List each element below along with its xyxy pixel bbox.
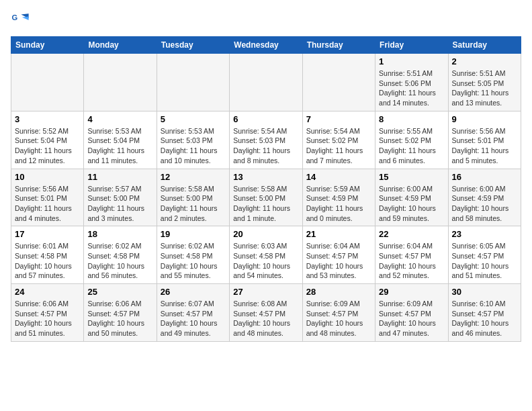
- calendar-cell: [302, 54, 375, 111]
- weekday-header-sunday: Sunday: [11, 37, 84, 54]
- weekday-header-monday: Monday: [84, 37, 157, 54]
- day-number: 17: [15, 229, 80, 239]
- day-number: 28: [306, 287, 371, 297]
- calendar-cell: 21Sunrise: 6:04 AM Sunset: 4:57 PM Dayli…: [302, 226, 375, 284]
- calendar-cell: 5Sunrise: 5:53 AM Sunset: 5:03 PM Daylig…: [157, 111, 229, 169]
- calendar-cell: 28Sunrise: 6:09 AM Sunset: 4:57 PM Dayli…: [302, 284, 375, 342]
- day-number: 2: [452, 56, 517, 66]
- logo-icon: G: [11, 11, 30, 30]
- day-info: Sunrise: 5:51 AM Sunset: 5:06 PM Dayligh…: [379, 68, 444, 108]
- calendar-cell: 19Sunrise: 6:02 AM Sunset: 4:58 PM Dayli…: [157, 226, 229, 284]
- day-info: Sunrise: 6:09 AM Sunset: 4:57 PM Dayligh…: [379, 299, 444, 338]
- day-number: 5: [161, 114, 226, 124]
- calendar-header: SundayMondayTuesdayWednesdayThursdayFrid…: [11, 37, 521, 54]
- weekday-header-saturday: Saturday: [448, 37, 521, 54]
- day-info: Sunrise: 6:00 AM Sunset: 4:59 PM Dayligh…: [452, 184, 517, 224]
- calendar-cell: 6Sunrise: 5:54 AM Sunset: 5:03 PM Daylig…: [230, 111, 302, 169]
- calendar-cell: 11Sunrise: 5:57 AM Sunset: 5:00 PM Dayli…: [84, 169, 157, 226]
- calendar-week-5: 24Sunrise: 6:06 AM Sunset: 4:57 PM Dayli…: [11, 284, 521, 342]
- day-number: 6: [233, 114, 298, 124]
- day-info: Sunrise: 6:08 AM Sunset: 4:57 PM Dayligh…: [233, 299, 298, 338]
- day-info: Sunrise: 5:57 AM Sunset: 5:00 PM Dayligh…: [87, 184, 152, 224]
- day-info: Sunrise: 5:55 AM Sunset: 5:02 PM Dayligh…: [379, 126, 444, 166]
- day-info: Sunrise: 5:53 AM Sunset: 5:04 PM Dayligh…: [87, 126, 152, 166]
- weekday-header-friday: Friday: [375, 37, 448, 54]
- day-info: Sunrise: 6:02 AM Sunset: 4:58 PM Dayligh…: [87, 241, 152, 281]
- day-number: 16: [452, 172, 517, 182]
- day-info: Sunrise: 6:00 AM Sunset: 4:59 PM Dayligh…: [379, 184, 444, 224]
- page-header: G: [11, 11, 521, 30]
- day-number: 12: [161, 172, 226, 182]
- day-info: Sunrise: 5:53 AM Sunset: 5:03 PM Dayligh…: [161, 126, 226, 166]
- day-number: 24: [15, 287, 80, 297]
- calendar-cell: [11, 54, 84, 111]
- day-info: Sunrise: 6:06 AM Sunset: 4:57 PM Dayligh…: [87, 299, 152, 338]
- day-number: 1: [379, 56, 444, 66]
- day-number: 15: [379, 172, 444, 182]
- day-info: Sunrise: 6:02 AM Sunset: 4:58 PM Dayligh…: [161, 241, 226, 281]
- calendar-week-3: 10Sunrise: 5:56 AM Sunset: 5:01 PM Dayli…: [11, 169, 521, 226]
- day-number: 29: [379, 287, 444, 297]
- calendar-week-2: 3Sunrise: 5:52 AM Sunset: 5:04 PM Daylig…: [11, 111, 521, 169]
- day-info: Sunrise: 6:01 AM Sunset: 4:58 PM Dayligh…: [15, 241, 80, 281]
- svg-marker-2: [22, 16, 29, 20]
- calendar-cell: 18Sunrise: 6:02 AM Sunset: 4:58 PM Dayli…: [84, 226, 157, 284]
- day-info: Sunrise: 5:56 AM Sunset: 5:01 PM Dayligh…: [452, 126, 517, 166]
- day-number: 19: [161, 229, 226, 239]
- day-info: Sunrise: 5:52 AM Sunset: 5:04 PM Dayligh…: [15, 126, 80, 166]
- weekday-header-tuesday: Tuesday: [157, 37, 229, 54]
- weekday-header-thursday: Thursday: [302, 37, 375, 54]
- calendar-cell: 22Sunrise: 6:04 AM Sunset: 4:57 PM Dayli…: [375, 226, 448, 284]
- logo: G: [11, 11, 32, 30]
- calendar-cell: 17Sunrise: 6:01 AM Sunset: 4:58 PM Dayli…: [11, 226, 84, 284]
- calendar-cell: 12Sunrise: 5:58 AM Sunset: 5:00 PM Dayli…: [157, 169, 229, 226]
- calendar-cell: [230, 54, 302, 111]
- day-number: 10: [15, 172, 80, 182]
- calendar-cell: 15Sunrise: 6:00 AM Sunset: 4:59 PM Dayli…: [375, 169, 448, 226]
- day-number: 25: [87, 287, 152, 297]
- calendar-cell: 4Sunrise: 5:53 AM Sunset: 5:04 PM Daylig…: [84, 111, 157, 169]
- day-number: 9: [452, 114, 517, 124]
- day-number: 14: [306, 172, 371, 182]
- calendar-cell: 14Sunrise: 5:59 AM Sunset: 4:59 PM Dayli…: [302, 169, 375, 226]
- weekday-header-wednesday: Wednesday: [230, 37, 302, 54]
- calendar-cell: 10Sunrise: 5:56 AM Sunset: 5:01 PM Dayli…: [11, 169, 84, 226]
- calendar-table: SundayMondayTuesdayWednesdayThursdayFrid…: [11, 36, 521, 342]
- day-number: 23: [452, 229, 517, 239]
- day-number: 7: [306, 114, 371, 124]
- calendar-cell: 25Sunrise: 6:06 AM Sunset: 4:57 PM Dayli…: [84, 284, 157, 342]
- calendar-cell: [157, 54, 229, 111]
- day-number: 22: [379, 229, 444, 239]
- calendar-cell: 24Sunrise: 6:06 AM Sunset: 4:57 PM Dayli…: [11, 284, 84, 342]
- calendar-cell: 26Sunrise: 6:07 AM Sunset: 4:57 PM Dayli…: [157, 284, 229, 342]
- day-info: Sunrise: 5:56 AM Sunset: 5:01 PM Dayligh…: [15, 184, 80, 224]
- day-info: Sunrise: 5:59 AM Sunset: 4:59 PM Dayligh…: [306, 184, 371, 224]
- day-info: Sunrise: 6:04 AM Sunset: 4:57 PM Dayligh…: [306, 241, 371, 281]
- calendar-cell: 29Sunrise: 6:09 AM Sunset: 4:57 PM Dayli…: [375, 284, 448, 342]
- calendar-cell: 30Sunrise: 6:10 AM Sunset: 4:57 PM Dayli…: [448, 284, 521, 342]
- day-info: Sunrise: 6:05 AM Sunset: 4:57 PM Dayligh…: [452, 241, 517, 281]
- day-number: 8: [379, 114, 444, 124]
- calendar-cell: 1Sunrise: 5:51 AM Sunset: 5:06 PM Daylig…: [375, 54, 448, 111]
- day-info: Sunrise: 5:54 AM Sunset: 5:03 PM Dayligh…: [233, 126, 298, 166]
- calendar-week-1: 1Sunrise: 5:51 AM Sunset: 5:06 PM Daylig…: [11, 54, 521, 111]
- day-number: 26: [161, 287, 226, 297]
- day-number: 4: [87, 114, 152, 124]
- day-info: Sunrise: 5:51 AM Sunset: 5:05 PM Dayligh…: [452, 68, 517, 108]
- day-number: 20: [233, 229, 298, 239]
- day-number: 21: [306, 229, 371, 239]
- day-info: Sunrise: 6:03 AM Sunset: 4:58 PM Dayligh…: [233, 241, 298, 281]
- day-number: 18: [87, 229, 152, 239]
- day-info: Sunrise: 6:10 AM Sunset: 4:57 PM Dayligh…: [452, 299, 517, 338]
- day-info: Sunrise: 5:58 AM Sunset: 5:00 PM Dayligh…: [161, 184, 226, 224]
- calendar-cell: 16Sunrise: 6:00 AM Sunset: 4:59 PM Dayli…: [448, 169, 521, 226]
- calendar-cell: 8Sunrise: 5:55 AM Sunset: 5:02 PM Daylig…: [375, 111, 448, 169]
- calendar-cell: 20Sunrise: 6:03 AM Sunset: 4:58 PM Dayli…: [230, 226, 302, 284]
- calendar-cell: 23Sunrise: 6:05 AM Sunset: 4:57 PM Dayli…: [448, 226, 521, 284]
- calendar-body: 1Sunrise: 5:51 AM Sunset: 5:06 PM Daylig…: [11, 54, 521, 342]
- calendar-cell: 13Sunrise: 5:58 AM Sunset: 5:00 PM Dayli…: [230, 169, 302, 226]
- calendar-cell: 2Sunrise: 5:51 AM Sunset: 5:05 PM Daylig…: [448, 54, 521, 111]
- day-number: 11: [87, 172, 152, 182]
- calendar-cell: 27Sunrise: 6:08 AM Sunset: 4:57 PM Dayli…: [230, 284, 302, 342]
- calendar-cell: 7Sunrise: 5:54 AM Sunset: 5:02 PM Daylig…: [302, 111, 375, 169]
